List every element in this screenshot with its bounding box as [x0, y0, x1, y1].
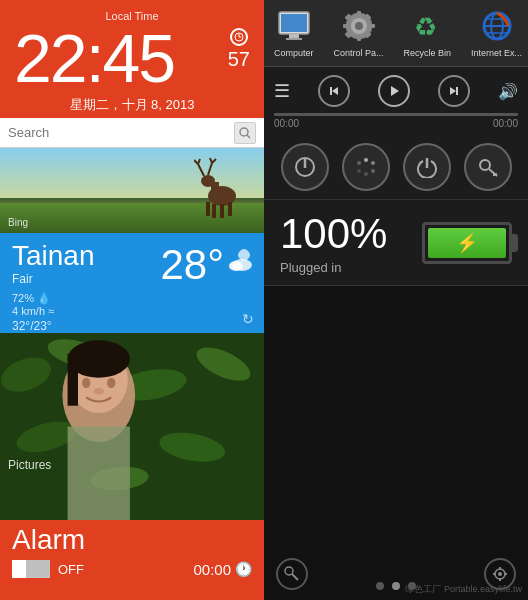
svg-text:♻: ♻ [414, 12, 437, 42]
weather-temp: 28° [160, 241, 224, 289]
wind-icon: ≈ [48, 305, 54, 317]
time-start: 00:00 [274, 118, 299, 129]
ie-icon-item[interactable]: Internet Ex... [471, 8, 522, 58]
recycle-icon-item[interactable]: ♻ Recycle Bin [404, 8, 452, 58]
recycle-svg-icon: ♻ [410, 10, 444, 42]
svg-point-19 [229, 261, 243, 271]
shutdown-icon [416, 156, 438, 178]
svg-marker-57 [332, 87, 338, 95]
key-button[interactable] [464, 143, 512, 191]
svg-rect-8 [212, 204, 216, 218]
weather-hilo: 32°/23° [12, 319, 252, 333]
bottom-section [264, 286, 528, 600]
ie-icon-img [479, 8, 515, 44]
pictures-tile[interactable]: Pictures [0, 333, 264, 520]
desktop-icons-bar: Computer Control Pa. [264, 0, 528, 67]
bing-bg [0, 148, 264, 233]
svg-point-66 [371, 169, 375, 173]
power-on-button[interactable] [281, 143, 329, 191]
page-dot-2[interactable] [392, 582, 400, 590]
battery-section: 100% Plugged in ⚡ [264, 199, 528, 286]
svg-point-75 [285, 567, 293, 575]
alarm-toggle[interactable]: OFF [12, 560, 84, 578]
recycle-label: Recycle Bin [404, 48, 452, 58]
svg-point-67 [364, 172, 368, 176]
svg-rect-43 [357, 11, 361, 17]
svg-marker-59 [391, 86, 399, 96]
search-bar [0, 118, 264, 148]
prev-button[interactable] [318, 75, 350, 107]
next-button[interactable] [438, 75, 470, 107]
media-section: ☰ 🔊 00:00 00:00 [264, 67, 528, 135]
gear-settings-icon [492, 566, 508, 582]
ie-svg-icon [480, 10, 514, 42]
bing-tile[interactable]: Bing [0, 148, 264, 233]
computer-icon-item[interactable]: Computer [274, 8, 314, 58]
svg-point-42 [355, 22, 363, 30]
computer-svg-icon [277, 10, 311, 42]
play-button[interactable] [378, 75, 410, 107]
battery-percent: 100% [280, 210, 387, 258]
pictures-bg [0, 333, 264, 520]
clock-icon [230, 28, 248, 46]
ie-label: Internet Ex... [471, 48, 522, 58]
pictures-label: Pictures [8, 458, 51, 472]
svg-rect-39 [286, 38, 302, 40]
watermark: 绿色工厂 Portable.easylife.tw [405, 583, 522, 596]
svg-rect-9 [220, 204, 224, 218]
spinner-icon [355, 156, 377, 178]
shutdown-button[interactable] [403, 143, 451, 191]
page-dot-1[interactable] [376, 582, 384, 590]
svg-rect-10 [228, 202, 232, 216]
svg-rect-45 [343, 24, 349, 28]
settings-left-button[interactable] [276, 558, 308, 590]
clock-seconds: 57 [228, 48, 250, 71]
svg-point-33 [107, 378, 115, 388]
left-panel: Local Time 22:45 57 星期二，十月 8, 2013 [0, 0, 264, 600]
toggle-track[interactable] [12, 560, 50, 578]
battery-info: 100% Plugged in [280, 210, 387, 275]
alarm-time-value: 00:00 [193, 561, 231, 578]
search-input[interactable] [8, 125, 234, 140]
clock-time: 22:45 [14, 24, 174, 92]
battery-icon: ⚡ [422, 222, 512, 264]
toggle-label: OFF [58, 562, 84, 577]
progress-bar[interactable] [274, 113, 518, 116]
battery-plug-icon: ⚡ [456, 232, 478, 254]
svg-rect-46 [369, 24, 375, 28]
clock-label: Local Time [14, 10, 250, 22]
refresh-icon[interactable]: ↻ [242, 311, 254, 327]
alarm-tile[interactable]: Alarm OFF 00:00 🕐 [0, 520, 264, 600]
controlpanel-label: Control Pa... [334, 48, 384, 58]
clock-tile: Local Time 22:45 57 星期二，十月 8, 2013 [0, 0, 264, 118]
loading-button[interactable] [342, 143, 390, 191]
svg-rect-7 [211, 182, 219, 196]
battery-fill: ⚡ [428, 228, 506, 258]
weather-details: 72% 💧 4 km/h ≈ [12, 292, 252, 317]
alarm-title: Alarm [12, 524, 252, 556]
svg-point-32 [82, 378, 90, 388]
svg-point-34 [94, 388, 104, 394]
svg-rect-80 [499, 578, 501, 581]
weather-tile[interactable]: Tainan Fair 28° 72% 💧 4 km/h ≈ 32°/23° ↻ [0, 233, 264, 333]
svg-point-69 [357, 161, 361, 165]
moon-cloud-icon [226, 245, 254, 273]
battery-icon-wrap: ⚡ [407, 222, 512, 264]
svg-rect-82 [504, 573, 507, 575]
volume-icon[interactable]: 🔊 [498, 82, 518, 101]
search-button[interactable] [234, 122, 256, 144]
svg-point-65 [371, 161, 375, 165]
svg-line-17 [210, 158, 212, 163]
alarm-clock-icon: 🕐 [235, 561, 252, 577]
time-end: 00:00 [493, 118, 518, 129]
controlpanel-icon-img [341, 8, 377, 44]
playlist-icon[interactable]: ☰ [274, 80, 290, 102]
svg-rect-37 [281, 14, 307, 32]
svg-line-14 [198, 159, 200, 164]
controlpanel-icon-item[interactable]: Control Pa... [334, 8, 384, 58]
toggle-thumb [12, 560, 26, 578]
recycle-icon-img: ♻ [409, 8, 445, 44]
clock-seconds-wrap: 57 [228, 28, 250, 71]
svg-rect-38 [289, 34, 299, 38]
media-controls-row: ☰ 🔊 [274, 75, 518, 107]
